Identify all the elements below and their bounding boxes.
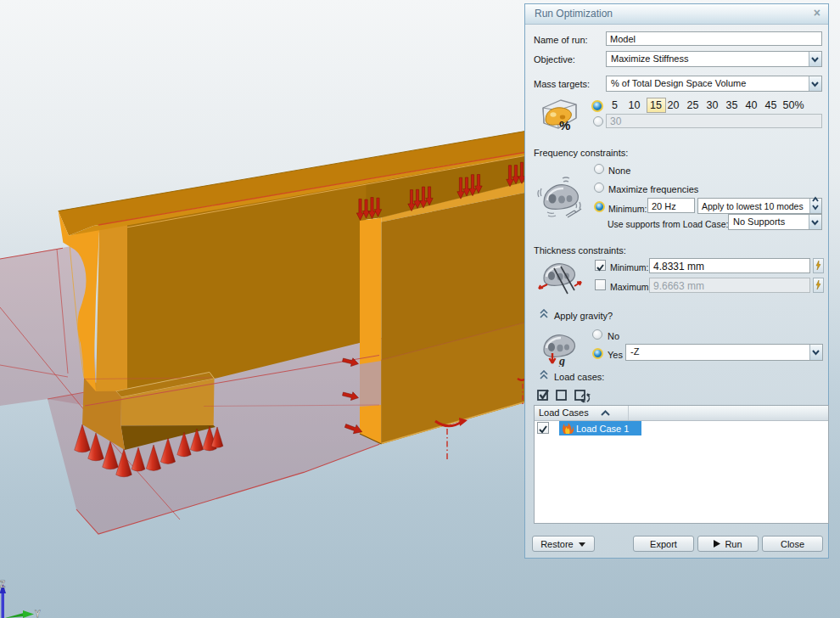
svg-text:Y: Y <box>35 610 41 618</box>
svg-text:g: g <box>558 355 565 367</box>
svg-text:Z: Z <box>0 580 5 589</box>
